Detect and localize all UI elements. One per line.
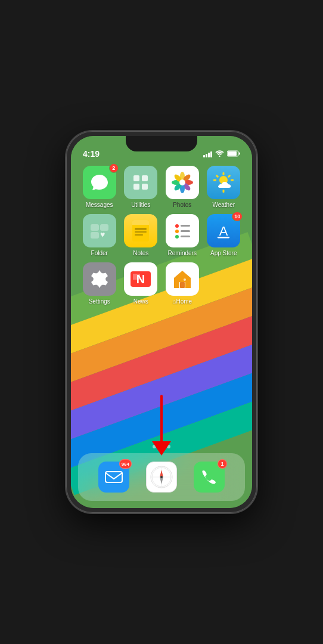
signal-icon: [203, 151, 212, 157]
app-home-label: ⌂Home: [172, 298, 192, 305]
app-home[interactable]: ⌂Home: [163, 262, 201, 305]
app-appstore-label: App Store: [210, 250, 237, 256]
svg-rect-7: [142, 184, 148, 190]
svg-rect-5: [142, 175, 148, 181]
app-settings[interactable]: Settings: [80, 262, 119, 305]
app-folder-label: Folder: [91, 250, 108, 256]
app-news[interactable]: N News: [122, 262, 160, 305]
app-reminders-icon-wrap: [166, 214, 199, 247]
app-settings-icon-wrap: [83, 262, 116, 296]
svg-point-45: [184, 278, 186, 281]
svg-rect-6: [133, 184, 139, 190]
app-appstore-icon-wrap: A 10: [207, 214, 240, 247]
svg-point-53: [160, 476, 163, 478]
svg-point-36: [175, 230, 179, 233]
messages-badge: 2: [109, 163, 119, 173]
phone-device: 4:19: [66, 131, 257, 513]
svg-rect-37: [181, 230, 190, 232]
dock-safari-icon: [146, 462, 177, 493]
arrow-head: [152, 441, 171, 456]
app-home-icon-wrap: [166, 262, 199, 296]
svg-rect-35: [181, 225, 190, 227]
svg-rect-22: [216, 175, 219, 178]
app-appstore[interactable]: A 10 App Store: [205, 214, 243, 256]
wifi-icon: [215, 150, 224, 159]
dock-phone[interactable]: 1: [194, 462, 225, 493]
svg-text:A: A: [219, 224, 228, 239]
app-notes-label: Notes: [133, 250, 148, 256]
svg-rect-20: [213, 179, 216, 181]
status-icons: [203, 150, 240, 159]
svg-point-34: [175, 224, 179, 228]
app-grid: 2 Messages: [71, 166, 252, 305]
app-notes[interactable]: Notes: [122, 214, 160, 256]
dock: 964: [78, 453, 245, 501]
svg-rect-32: [135, 231, 147, 233]
app-photos-icon: [166, 166, 199, 199]
svg-point-0: [219, 156, 220, 157]
svg-point-16: [179, 179, 185, 185]
app-news-label: News: [133, 298, 148, 305]
app-photos-label: Photos: [173, 202, 191, 208]
app-folder[interactable]: ♥ Folder: [80, 214, 119, 256]
svg-rect-4: [133, 175, 139, 181]
app-utilities-icon-wrap: [124, 166, 157, 199]
svg-rect-41: [218, 237, 229, 239]
svg-rect-46: [105, 472, 122, 482]
phone-screen-container: 4:19: [71, 136, 252, 508]
arrow-shaft: [160, 395, 163, 442]
svg-rect-2: [228, 151, 237, 156]
app-home-icon: [166, 262, 199, 296]
app-messages-label: Messages: [86, 202, 113, 208]
app-reminders-icon: [166, 214, 199, 247]
app-weather-icon-wrap: [207, 166, 240, 199]
app-notes-icon-wrap: [124, 214, 157, 247]
battery-icon: [227, 150, 240, 159]
app-reminders[interactable]: Reminders: [163, 214, 201, 256]
appstore-badge: 10: [232, 212, 243, 221]
app-settings-label: Settings: [89, 298, 110, 305]
app-folder-icon: ♥: [83, 214, 116, 247]
app-photos-icon-wrap: [166, 166, 199, 199]
phone-badge: 1: [218, 459, 227, 469]
svg-rect-19: [223, 190, 225, 193]
app-weather-label: Weather: [212, 202, 235, 208]
app-notes-icon: [124, 214, 157, 247]
dock-safari[interactable]: [146, 462, 177, 493]
app-folder-icon-wrap: ♥: [83, 214, 116, 247]
svg-rect-30: [132, 223, 149, 225]
arrow-indicator: [152, 395, 171, 456]
svg-rect-18: [223, 172, 225, 175]
svg-rect-33: [135, 234, 143, 236]
app-news-icon: N: [124, 262, 157, 296]
home-screen: 4:19: [71, 136, 252, 508]
svg-point-38: [175, 235, 179, 239]
app-reminders-label: Reminders: [168, 250, 197, 256]
svg-rect-23: [228, 175, 231, 178]
app-utilities-icon: [124, 166, 157, 199]
svg-text:♥: ♥: [100, 230, 105, 239]
svg-rect-24: [91, 224, 99, 231]
app-photos[interactable]: Photos: [163, 166, 201, 208]
app-messages-icon-wrap: 2: [83, 166, 116, 199]
svg-rect-31: [135, 228, 147, 230]
svg-rect-21: [231, 179, 234, 181]
svg-rect-26: [91, 232, 99, 239]
app-utilities[interactable]: Utilities: [122, 166, 160, 208]
app-weather[interactable]: Weather: [205, 166, 243, 208]
app-messages[interactable]: 2 Messages: [80, 166, 119, 208]
app-news-icon-wrap: N: [124, 262, 157, 296]
mail-badge: 964: [119, 459, 132, 469]
svg-rect-39: [181, 236, 190, 237]
notch: [126, 136, 197, 151]
app-utilities-label: Utilities: [131, 202, 150, 208]
dock-mail[interactable]: 964: [98, 462, 129, 493]
app-settings-icon: [83, 262, 116, 296]
status-time: 4:19: [83, 149, 100, 159]
svg-rect-3: [239, 152, 240, 154]
svg-rect-44: [180, 282, 185, 288]
app-weather-icon: [207, 166, 240, 199]
